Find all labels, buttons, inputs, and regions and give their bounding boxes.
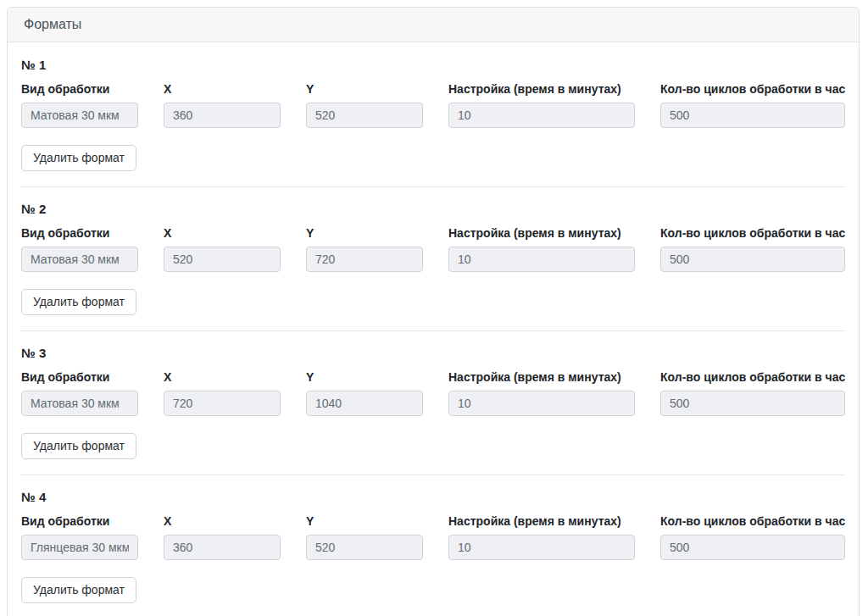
processing-type-input[interactable] xyxy=(21,535,138,560)
setup-time-label: Настройка (время в минутах) xyxy=(448,226,635,240)
format-section-1: № 1 Вид обработки X Y Настройка (время в… xyxy=(21,58,845,171)
field-y: Y xyxy=(306,370,423,416)
cycles-per-hour-input[interactable] xyxy=(660,391,845,416)
field-y: Y xyxy=(306,514,423,560)
field-setup-time: Настройка (время в минутах) xyxy=(448,82,635,128)
format-number: № 1 xyxy=(21,58,845,72)
setup-time-input[interactable] xyxy=(448,247,635,272)
processing-type-input[interactable] xyxy=(21,103,138,128)
processing-type-label: Вид обработки xyxy=(21,514,138,528)
x-label: X xyxy=(164,514,281,528)
cycles-per-hour-input[interactable] xyxy=(660,103,845,128)
cycles-per-hour-label: Кол-во циклов обработки в час xyxy=(660,370,845,384)
section-divider xyxy=(21,186,845,187)
y-input[interactable] xyxy=(306,391,423,416)
x-input[interactable] xyxy=(164,391,281,416)
y-input[interactable] xyxy=(306,247,423,272)
section-divider xyxy=(21,330,845,331)
format-section-4: № 4 Вид обработки X Y Настройка (время в… xyxy=(21,490,845,603)
format-number: № 3 xyxy=(21,346,845,360)
processing-type-label: Вид обработки xyxy=(21,82,138,96)
card-body: № 1 Вид обработки X Y Настройка (время в… xyxy=(8,42,859,616)
field-x: X xyxy=(164,82,281,128)
field-cycles-per-hour: Кол-во циклов обработки в час xyxy=(660,226,845,272)
cycles-per-hour-input[interactable] xyxy=(660,535,845,560)
delete-format-button[interactable]: Удалить формат xyxy=(21,577,136,603)
card-title: Форматы xyxy=(24,17,81,31)
y-label: Y xyxy=(306,514,423,528)
delete-format-button[interactable]: Удалить формат xyxy=(21,289,136,315)
format-fields-row: Вид обработки X Y Настройка (время в мин… xyxy=(21,514,845,560)
setup-time-input[interactable] xyxy=(448,535,635,560)
card-header: Форматы xyxy=(8,8,859,42)
formats-card: Форматы № 1 Вид обработки X Y Наст xyxy=(7,7,860,616)
x-input[interactable] xyxy=(164,103,281,128)
cycles-per-hour-input[interactable] xyxy=(660,247,845,272)
field-processing-type: Вид обработки xyxy=(21,82,138,128)
cycles-per-hour-label: Кол-во циклов обработки в час xyxy=(660,82,845,96)
setup-time-input[interactable] xyxy=(448,103,635,128)
x-label: X xyxy=(164,82,281,96)
section-divider xyxy=(21,474,845,475)
field-x: X xyxy=(164,370,281,416)
x-label: X xyxy=(164,370,281,384)
cycles-per-hour-label: Кол-во циклов обработки в час xyxy=(660,514,845,528)
field-cycles-per-hour: Кол-во циклов обработки в час xyxy=(660,370,845,416)
y-input[interactable] xyxy=(306,103,423,128)
delete-format-button[interactable]: Удалить формат xyxy=(21,145,136,171)
field-setup-time: Настройка (время в минутах) xyxy=(448,226,635,272)
setup-time-label: Настройка (время в минутах) xyxy=(448,82,635,96)
field-setup-time: Настройка (время в минутах) xyxy=(448,370,635,416)
field-processing-type: Вид обработки xyxy=(21,226,138,272)
setup-time-label: Настройка (время в минутах) xyxy=(448,370,635,384)
field-processing-type: Вид обработки xyxy=(21,514,138,560)
format-section-2: № 2 Вид обработки X Y Настройка (время в… xyxy=(21,202,845,315)
field-y: Y xyxy=(306,226,423,272)
format-number: № 4 xyxy=(21,490,845,504)
format-fields-row: Вид обработки X Y Настройка (время в мин… xyxy=(21,82,845,128)
field-y: Y xyxy=(306,82,423,128)
y-label: Y xyxy=(306,226,423,240)
field-x: X xyxy=(164,226,281,272)
y-input[interactable] xyxy=(306,535,423,560)
field-cycles-per-hour: Кол-во циклов обработки в час xyxy=(660,82,845,128)
processing-type-label: Вид обработки xyxy=(21,226,138,240)
processing-type-input[interactable] xyxy=(21,247,138,272)
cycles-per-hour-label: Кол-во циклов обработки в час xyxy=(660,226,845,240)
format-fields-row: Вид обработки X Y Настройка (время в мин… xyxy=(21,370,845,416)
format-fields-row: Вид обработки X Y Настройка (время в мин… xyxy=(21,226,845,272)
processing-type-label: Вид обработки xyxy=(21,370,138,384)
x-input[interactable] xyxy=(164,535,281,560)
y-label: Y xyxy=(306,370,423,384)
field-processing-type: Вид обработки xyxy=(21,370,138,416)
delete-format-button[interactable]: Удалить формат xyxy=(21,433,136,459)
y-label: Y xyxy=(306,82,423,96)
field-x: X xyxy=(164,514,281,560)
setup-time-label: Настройка (время в минутах) xyxy=(448,514,635,528)
x-input[interactable] xyxy=(164,247,281,272)
setup-time-input[interactable] xyxy=(448,391,635,416)
format-section-3: № 3 Вид обработки X Y Настройка (время в… xyxy=(21,346,845,459)
x-label: X xyxy=(164,226,281,240)
field-cycles-per-hour: Кол-во циклов обработки в час xyxy=(660,514,845,560)
field-setup-time: Настройка (время в минутах) xyxy=(448,514,635,560)
format-number: № 2 xyxy=(21,202,845,216)
processing-type-input[interactable] xyxy=(21,391,138,416)
